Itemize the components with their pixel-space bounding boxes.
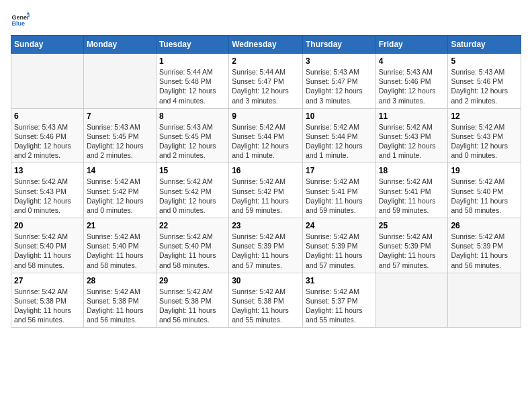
day-info: Sunrise: 5:42 AM Sunset: 5:42 PM Dayligh…: [232, 177, 300, 215]
calendar-cell: 17Sunrise: 5:42 AM Sunset: 5:41 PM Dayli…: [302, 163, 375, 218]
day-number: 14: [87, 166, 153, 175]
day-number: 9: [232, 111, 300, 121]
calendar-cell: 20Sunrise: 5:42 AM Sunset: 5:40 PM Dayli…: [11, 218, 84, 273]
day-info: Sunrise: 5:42 AM Sunset: 5:43 PM Dayligh…: [379, 122, 445, 161]
day-info: Sunrise: 5:42 AM Sunset: 5:40 PM Dayligh…: [87, 232, 153, 270]
day-number: 25: [379, 221, 445, 230]
day-number: 15: [159, 166, 226, 175]
day-number: 11: [379, 111, 445, 121]
day-info: Sunrise: 5:42 AM Sunset: 5:40 PM Dayligh…: [14, 232, 81, 270]
day-info: Sunrise: 5:42 AM Sunset: 5:43 PM Dayligh…: [451, 122, 518, 161]
day-info: Sunrise: 5:42 AM Sunset: 5:39 PM Dayligh…: [379, 232, 445, 270]
day-number: 5: [451, 56, 518, 66]
day-info: Sunrise: 5:42 AM Sunset: 5:41 PM Dayligh…: [306, 177, 373, 215]
calendar-cell: 7Sunrise: 5:43 AM Sunset: 5:45 PM Daylig…: [83, 108, 156, 163]
calendar-cell: 12Sunrise: 5:42 AM Sunset: 5:43 PM Dayli…: [448, 108, 521, 163]
calendar-table: SundayMondayTuesdayWednesdayThursdayFrid…: [11, 35, 521, 328]
day-number: 4: [379, 56, 445, 66]
day-info: Sunrise: 5:42 AM Sunset: 5:44 PM Dayligh…: [232, 122, 300, 161]
day-number: 29: [159, 276, 226, 285]
calendar-cell: 18Sunrise: 5:42 AM Sunset: 5:41 PM Dayli…: [375, 163, 448, 218]
calendar-cell: 4Sunrise: 5:43 AM Sunset: 5:46 PM Daylig…: [375, 54, 448, 109]
calendar-cell: 30Sunrise: 5:42 AM Sunset: 5:38 PM Dayli…: [229, 273, 303, 328]
day-info: Sunrise: 5:42 AM Sunset: 5:42 PM Dayligh…: [87, 177, 153, 215]
day-info: Sunrise: 5:42 AM Sunset: 5:39 PM Dayligh…: [306, 232, 373, 270]
day-number: 24: [306, 221, 373, 230]
day-number: 18: [379, 166, 445, 175]
weekday-header-wednesday: Wednesday: [229, 36, 303, 54]
day-number: 1: [159, 56, 226, 66]
day-number: 22: [159, 221, 226, 230]
day-info: Sunrise: 5:42 AM Sunset: 5:39 PM Dayligh…: [232, 232, 300, 270]
day-number: 6: [14, 111, 81, 121]
day-info: Sunrise: 5:42 AM Sunset: 5:42 PM Dayligh…: [159, 177, 226, 215]
calendar-cell: 13Sunrise: 5:42 AM Sunset: 5:43 PM Dayli…: [11, 163, 84, 218]
day-number: 21: [87, 221, 153, 230]
weekday-header-friday: Friday: [375, 36, 448, 54]
calendar-cell: 23Sunrise: 5:42 AM Sunset: 5:39 PM Dayli…: [229, 218, 303, 273]
day-number: 17: [306, 166, 373, 175]
calendar-cell: 28Sunrise: 5:42 AM Sunset: 5:38 PM Dayli…: [83, 273, 156, 328]
svg-marker-2: [27, 11, 30, 14]
calendar-cell: 1Sunrise: 5:44 AM Sunset: 5:48 PM Daylig…: [156, 54, 228, 109]
day-info: Sunrise: 5:43 AM Sunset: 5:45 PM Dayligh…: [159, 122, 226, 161]
calendar-cell: 21Sunrise: 5:42 AM Sunset: 5:40 PM Dayli…: [83, 218, 156, 273]
weekday-header-thursday: Thursday: [302, 36, 375, 54]
day-info: Sunrise: 5:42 AM Sunset: 5:37 PM Dayligh…: [306, 287, 373, 325]
calendar-cell: 10Sunrise: 5:42 AM Sunset: 5:44 PM Dayli…: [302, 108, 375, 163]
day-info: Sunrise: 5:43 AM Sunset: 5:46 PM Dayligh…: [451, 67, 518, 105]
logo-icon: General Blue: [11, 11, 30, 30]
calendar-cell: 8Sunrise: 5:43 AM Sunset: 5:45 PM Daylig…: [156, 108, 228, 163]
day-info: Sunrise: 5:43 AM Sunset: 5:45 PM Dayligh…: [87, 122, 153, 161]
day-number: 31: [306, 276, 373, 285]
calendar-cell: [375, 273, 448, 328]
day-info: Sunrise: 5:43 AM Sunset: 5:46 PM Dayligh…: [14, 122, 81, 161]
calendar-cell: 24Sunrise: 5:42 AM Sunset: 5:39 PM Dayli…: [302, 218, 375, 273]
calendar-cell: 11Sunrise: 5:42 AM Sunset: 5:43 PM Dayli…: [375, 108, 448, 163]
calendar-cell: 14Sunrise: 5:42 AM Sunset: 5:42 PM Dayli…: [83, 163, 156, 218]
weekday-header-monday: Monday: [83, 36, 156, 54]
day-info: Sunrise: 5:42 AM Sunset: 5:38 PM Dayligh…: [14, 287, 81, 325]
day-info: Sunrise: 5:42 AM Sunset: 5:40 PM Dayligh…: [451, 177, 518, 215]
day-number: 3: [306, 56, 373, 66]
day-info: Sunrise: 5:42 AM Sunset: 5:44 PM Dayligh…: [306, 122, 373, 161]
calendar-cell: 15Sunrise: 5:42 AM Sunset: 5:42 PM Dayli…: [156, 163, 228, 218]
calendar-cell: [83, 54, 156, 109]
day-number: 30: [232, 276, 300, 285]
day-number: 13: [14, 166, 81, 175]
calendar-cell: [11, 54, 84, 109]
calendar-cell: 9Sunrise: 5:42 AM Sunset: 5:44 PM Daylig…: [229, 108, 303, 163]
day-info: Sunrise: 5:43 AM Sunset: 5:47 PM Dayligh…: [306, 67, 373, 105]
svg-text:Blue: Blue: [11, 20, 25, 27]
day-number: 23: [232, 221, 300, 230]
calendar-cell: 26Sunrise: 5:42 AM Sunset: 5:39 PM Dayli…: [448, 218, 521, 273]
day-info: Sunrise: 5:42 AM Sunset: 5:39 PM Dayligh…: [451, 232, 518, 270]
day-info: Sunrise: 5:42 AM Sunset: 5:38 PM Dayligh…: [87, 287, 153, 325]
calendar-cell: 5Sunrise: 5:43 AM Sunset: 5:46 PM Daylig…: [448, 54, 521, 109]
calendar-cell: 29Sunrise: 5:42 AM Sunset: 5:38 PM Dayli…: [156, 273, 228, 328]
day-info: Sunrise: 5:44 AM Sunset: 5:48 PM Dayligh…: [159, 67, 226, 105]
day-number: 10: [306, 111, 373, 121]
day-number: 26: [451, 221, 518, 230]
day-number: 12: [451, 111, 518, 121]
day-number: 8: [159, 111, 226, 121]
day-info: Sunrise: 5:42 AM Sunset: 5:38 PM Dayligh…: [159, 287, 226, 325]
day-number: 27: [14, 276, 81, 285]
calendar-cell: 27Sunrise: 5:42 AM Sunset: 5:38 PM Dayli…: [11, 273, 84, 328]
day-number: 20: [14, 221, 81, 230]
calendar-cell: [448, 273, 521, 328]
calendar-cell: 19Sunrise: 5:42 AM Sunset: 5:40 PM Dayli…: [448, 163, 521, 218]
day-number: 2: [232, 56, 300, 66]
calendar-cell: 31Sunrise: 5:42 AM Sunset: 5:37 PM Dayli…: [302, 273, 375, 328]
calendar-cell: 6Sunrise: 5:43 AM Sunset: 5:46 PM Daylig…: [11, 108, 84, 163]
day-info: Sunrise: 5:42 AM Sunset: 5:40 PM Dayligh…: [159, 232, 226, 270]
svg-text:General: General: [11, 14, 30, 21]
weekday-header-sunday: Sunday: [11, 36, 84, 54]
logo: General Blue: [11, 11, 30, 30]
calendar-cell: 2Sunrise: 5:44 AM Sunset: 5:47 PM Daylig…: [229, 54, 303, 109]
day-info: Sunrise: 5:43 AM Sunset: 5:46 PM Dayligh…: [379, 67, 445, 105]
day-number: 7: [87, 111, 153, 121]
day-number: 16: [232, 166, 300, 175]
day-number: 19: [451, 166, 518, 175]
calendar-cell: 16Sunrise: 5:42 AM Sunset: 5:42 PM Dayli…: [229, 163, 303, 218]
